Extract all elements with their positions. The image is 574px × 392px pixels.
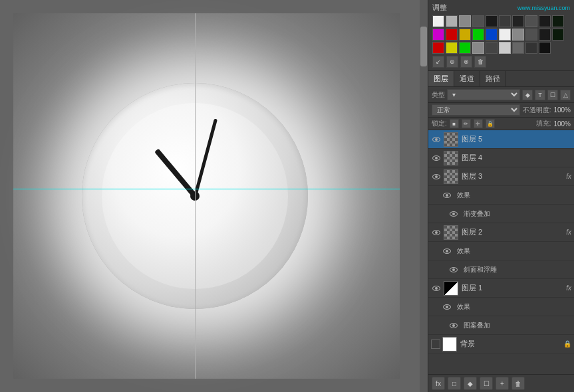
blend-mode-row: 正常 不透明度: 100% bbox=[428, 103, 574, 118]
layer-name-1: 图层 1 bbox=[462, 283, 564, 293]
clock-minute-hand bbox=[194, 118, 217, 196]
layer-new-button[interactable]: + bbox=[496, 377, 509, 390]
swatch-item[interactable] bbox=[525, 15, 537, 27]
canvas-area bbox=[0, 0, 420, 392]
layer-sub-effects-2[interactable]: 效果 bbox=[428, 242, 574, 260]
sub-eye[interactable] bbox=[442, 246, 452, 256]
lock-all-btn[interactable]: 🔒 bbox=[486, 119, 495, 128]
sub-eye[interactable] bbox=[448, 320, 459, 331]
layer-toolbar-icon[interactable]: ☐ bbox=[547, 90, 558, 100]
swatch-row-1 bbox=[432, 15, 570, 27]
swatch-tool-icon[interactable]: ↙ bbox=[432, 56, 444, 68]
swatch-item[interactable] bbox=[432, 15, 444, 27]
swatch-item[interactable] bbox=[472, 29, 484, 41]
swatch-item[interactable] bbox=[472, 15, 484, 27]
swatch-item[interactable] bbox=[499, 29, 511, 41]
swatch-tool-icon[interactable]: ⊕ bbox=[446, 56, 458, 68]
swatch-item[interactable] bbox=[539, 15, 551, 27]
tab-layers[interactable]: 图层 bbox=[428, 71, 454, 86]
swatch-item[interactable] bbox=[459, 15, 471, 27]
canvas-background bbox=[13, 13, 400, 379]
layer-fx-button[interactable]: fx bbox=[432, 377, 445, 390]
layer-sub-effects-1[interactable]: 效果 bbox=[428, 298, 574, 316]
lock-image-btn[interactable]: ✏ bbox=[462, 119, 471, 128]
layer-sub-pattern-1[interactable]: 图案叠加 bbox=[428, 316, 574, 335]
opacity-label: 不透明度: bbox=[523, 106, 551, 115]
swatch-item[interactable] bbox=[539, 42, 551, 54]
layer-visibility-4[interactable] bbox=[431, 153, 442, 163]
sub-eye[interactable] bbox=[448, 264, 459, 275]
layer-item-5[interactable]: 图层 5 bbox=[428, 130, 574, 149]
swatch-tool-icon[interactable]: 🗑 bbox=[474, 56, 486, 68]
swatch-item[interactable] bbox=[446, 29, 458, 41]
swatch-item[interactable] bbox=[472, 42, 484, 54]
layer-visibility-3[interactable] bbox=[431, 171, 442, 182]
swatch-item[interactable] bbox=[552, 15, 564, 27]
layer-visibility-1[interactable] bbox=[431, 283, 442, 294]
layer-visibility-5[interactable] bbox=[431, 134, 442, 145]
layer-type-select[interactable]: ▾ bbox=[447, 89, 520, 100]
layer-toolbar-icon[interactable]: △ bbox=[560, 90, 571, 100]
fill-label: 填充: bbox=[536, 119, 551, 128]
swatch-item[interactable] bbox=[499, 15, 511, 27]
layer-adjustment-button[interactable]: ◆ bbox=[464, 377, 477, 390]
bg-thumb bbox=[442, 337, 457, 351]
swatch-item[interactable] bbox=[552, 29, 564, 41]
sub-eye[interactable] bbox=[442, 302, 452, 312]
swatch-item[interactable] bbox=[525, 42, 537, 54]
swatch-item[interactable] bbox=[512, 15, 524, 27]
layer-toolbar-icon[interactable]: T bbox=[535, 90, 545, 100]
layer-group-button[interactable]: ☐ bbox=[480, 377, 493, 390]
swatch-item[interactable] bbox=[499, 42, 511, 54]
sub-eye[interactable] bbox=[448, 209, 459, 219]
eye-icon bbox=[443, 193, 451, 198]
swatch-item[interactable] bbox=[432, 29, 444, 41]
layer-sub-gradient-3[interactable]: 渐变叠加 bbox=[428, 205, 574, 223]
layer-sub-effects-3[interactable]: 效果 bbox=[428, 186, 574, 205]
tab-paths[interactable]: 路径 bbox=[480, 71, 506, 86]
lock-transparent-btn[interactable]: ■ bbox=[450, 119, 459, 128]
layer-item-2[interactable]: 图层 2 fx bbox=[428, 223, 574, 242]
swatch-item[interactable] bbox=[486, 15, 498, 27]
layer-toolbar-icon[interactable]: ◆ bbox=[522, 90, 533, 100]
layer-sub-bevel-2[interactable]: 斜面和浮雕 bbox=[428, 260, 574, 279]
swatch-title: 调整 bbox=[432, 3, 447, 13]
swatch-item[interactable] bbox=[512, 29, 524, 41]
layer-thumb-2 bbox=[444, 225, 458, 240]
sub-eye[interactable] bbox=[442, 190, 452, 201]
layer-item-4[interactable]: 图层 4 bbox=[428, 149, 574, 167]
lock-position-btn[interactable]: ✛ bbox=[474, 119, 483, 128]
swatch-item[interactable] bbox=[432, 42, 444, 54]
layer-visibility-2[interactable] bbox=[431, 227, 442, 238]
canvas-scrollbar[interactable] bbox=[420, 0, 428, 392]
sub-effects-label: 效果 bbox=[454, 191, 470, 200]
panel-tabs: 图层 通道 路径 bbox=[428, 71, 574, 87]
background-layer[interactable]: 背景 🔒 bbox=[428, 335, 574, 353]
layer-item-3[interactable]: 图层 3 fx bbox=[428, 167, 574, 186]
layer-item-1[interactable]: 图层 1 fx bbox=[428, 279, 574, 298]
swatch-item[interactable] bbox=[446, 15, 458, 27]
swatch-item[interactable] bbox=[446, 42, 458, 54]
swatch-item[interactable] bbox=[459, 42, 471, 54]
layer-name-4: 图层 4 bbox=[462, 153, 571, 163]
layer-thumb-1 bbox=[444, 281, 458, 296]
bg-name: 背景 bbox=[460, 339, 563, 349]
bg-visibility-check[interactable] bbox=[431, 340, 440, 349]
eye-icon bbox=[450, 267, 458, 272]
blend-mode-select[interactable]: 正常 bbox=[432, 104, 520, 116]
scroll-thumb[interactable] bbox=[420, 27, 427, 66]
layer-mask-button[interactable]: □ bbox=[448, 377, 461, 390]
eye-icon bbox=[432, 286, 440, 291]
swatch-item[interactable] bbox=[539, 29, 551, 41]
eye-icon bbox=[432, 155, 440, 161]
swatch-item[interactable] bbox=[459, 29, 471, 41]
swatch-item[interactable] bbox=[486, 42, 498, 54]
swatch-item[interactable] bbox=[512, 42, 524, 54]
layer-name-2: 图层 2 bbox=[462, 227, 564, 237]
tab-channels[interactable]: 通道 bbox=[454, 71, 480, 86]
layers-search-toolbar: 类型 ▾ ◆ T ☐ △ bbox=[428, 87, 574, 103]
swatch-item[interactable] bbox=[486, 29, 498, 41]
swatch-item[interactable] bbox=[525, 29, 537, 41]
swatch-tool-icon[interactable]: ⊗ bbox=[460, 56, 472, 68]
layer-delete-button[interactable]: 🗑 bbox=[511, 377, 525, 390]
